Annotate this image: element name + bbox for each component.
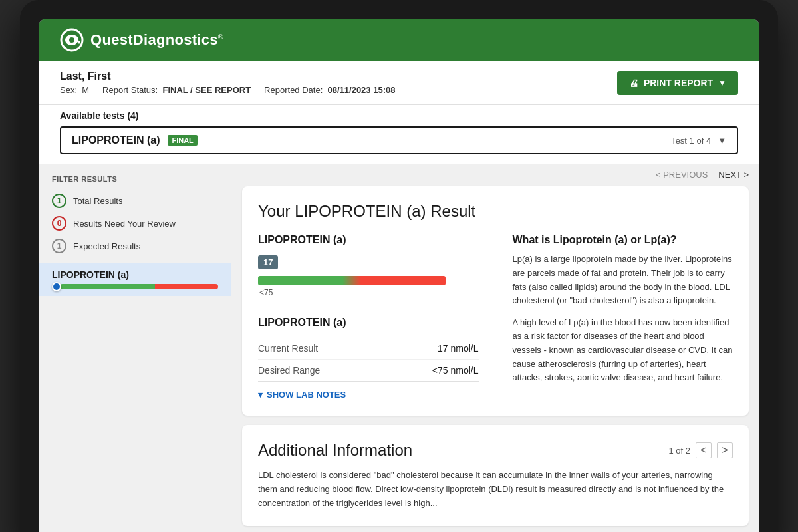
- desired-range-value: <75 nmol/L: [432, 365, 479, 376]
- filter-expected-results[interactable]: 1 Expected Results: [39, 235, 231, 257]
- patient-details: Sex: M Report Status: FINAL / SEE REPORT…: [60, 85, 395, 95]
- current-result-value: 17 nmol/L: [438, 343, 478, 354]
- additional-info-card: Additional Information 1 of 2 < > LDL ch…: [242, 425, 749, 526]
- page-prev-button[interactable]: <: [696, 442, 712, 458]
- patient-name: Last, First: [60, 70, 395, 82]
- lipo-title: LIPOPROTEIN (a): [258, 234, 479, 246]
- quest-logo-icon: [60, 28, 84, 52]
- current-test-name: LIPOPROTEIN (a): [72, 134, 160, 146]
- range-bar: [258, 276, 446, 285]
- main-content: FILTER RESULTS 1 Total Results 0 Results…: [39, 164, 759, 532]
- current-result-row: Current Result 17 nmol/L: [258, 338, 479, 360]
- svg-point-1: [69, 37, 74, 43]
- current-value-badge: 17: [258, 255, 278, 269]
- result-card-title: Your LIPOPROTEIN (a) Result: [258, 202, 733, 221]
- logo-text: QuestDiagnostics®: [90, 31, 223, 49]
- test-selector-left: LIPOPROTEIN (a) FINAL: [72, 134, 198, 146]
- additional-text: LDL cholesterol is considered "bad" chol…: [258, 469, 733, 510]
- test-selector-right: Test 1 of 4 ▼: [671, 136, 726, 146]
- expected-results-badge: 1: [52, 239, 66, 253]
- result-table: Current Result 17 nmol/L Desired Range <…: [258, 338, 479, 381]
- desired-range-row: Desired Range <75 nmol/L: [258, 360, 479, 381]
- top-nav: QuestDiagnostics®: [39, 19, 759, 61]
- final-badge: FINAL: [168, 135, 197, 146]
- result-left: LIPOPROTEIN (a) 17 <75 LIPOPROTEIN (a) C…: [258, 234, 479, 400]
- chevron-down-icon: ▼: [718, 78, 726, 88]
- filter-results-label: FILTER RESULTS: [39, 175, 231, 190]
- status-info: Report Status: FINAL / SEE REPORT: [102, 85, 251, 95]
- what-is-title: What is Lipoprotein (a) or Lp(a)?: [513, 234, 733, 246]
- test-selector[interactable]: LIPOPROTEIN (a) FINAL Test 1 of 4 ▼: [60, 126, 738, 154]
- logo-area: QuestDiagnostics®: [60, 28, 223, 52]
- page-next-button[interactable]: >: [717, 442, 733, 458]
- filter-total-results[interactable]: 1 Total Results: [39, 190, 231, 212]
- pagination: 1 of 2 < >: [668, 442, 733, 458]
- previous-button[interactable]: < PREVIOUS: [656, 170, 708, 180]
- nav-row: < PREVIOUS NEXT >: [242, 164, 749, 186]
- lipo-subtitle: LIPOPROTEIN (a): [258, 317, 479, 329]
- additional-title: Additional Information: [258, 441, 412, 460]
- range-label: <75: [259, 288, 479, 297]
- filter-needs-review[interactable]: 0 Results Need Your Review: [39, 212, 231, 235]
- result-right: What is Lipoprotein (a) or Lp(a)? Lp(a) …: [499, 234, 733, 400]
- result-inner: LIPOPROTEIN (a) 17 <75 LIPOPROTEIN (a) C…: [258, 234, 733, 400]
- range-bar-container: [258, 276, 479, 285]
- needs-review-badge: 0: [52, 216, 66, 231]
- results-panel: < PREVIOUS NEXT > Your LIPOPROTEIN (a) R…: [231, 164, 759, 532]
- sex-info: Sex: M: [60, 85, 89, 95]
- total-results-badge: 1: [52, 194, 66, 208]
- slider-track: [60, 284, 218, 289]
- printer-icon: 🖨: [629, 78, 638, 88]
- sidebar-test-name: LIPOPROTEIN (a): [52, 269, 218, 280]
- what-is-text-1: Lp(a) is a large lipoprotein made by the…: [513, 253, 733, 308]
- desired-range-label: Desired Range: [258, 365, 320, 376]
- available-tests-label: Available tests (4): [60, 110, 738, 121]
- total-results-label: Total Results: [73, 196, 122, 206]
- needs-review-label: Results Need Your Review: [73, 219, 176, 229]
- device-frame: QuestDiagnostics® Last, First Sex: M Rep…: [20, 0, 778, 532]
- date-info: Reported Date: 08/11/2023 15:08: [264, 85, 395, 95]
- additional-header: Additional Information 1 of 2 < >: [258, 441, 733, 460]
- slider-dot: [52, 282, 61, 291]
- tests-bar: Available tests (4) LIPOPROTEIN (a) FINA…: [39, 105, 759, 164]
- patient-bar: Last, First Sex: M Report Status: FINAL …: [39, 61, 759, 105]
- sidebar: FILTER RESULTS 1 Total Results 0 Results…: [39, 164, 231, 532]
- page-info: 1 of 2: [668, 446, 690, 456]
- divider: [258, 307, 479, 307]
- expand-icon: ▼: [718, 136, 726, 146]
- show-lab-notes[interactable]: ▾ SHOW LAB NOTES: [258, 381, 479, 400]
- chevron-down-small-icon: ▾: [258, 390, 263, 400]
- print-report-button[interactable]: 🖨 PRINT REPORT ▼: [617, 71, 738, 95]
- test-count: Test 1 of 4: [671, 136, 711, 146]
- next-button[interactable]: NEXT >: [718, 170, 749, 180]
- patient-info: Last, First Sex: M Report Status: FINAL …: [60, 70, 395, 95]
- what-is-text-2: A high level of Lp(a) in the blood has n…: [513, 316, 733, 385]
- expected-results-label: Expected Results: [73, 241, 140, 251]
- sidebar-test-lipoprotein[interactable]: LIPOPROTEIN (a): [39, 263, 231, 296]
- result-card: Your LIPOPROTEIN (a) Result LIPOPROTEIN …: [242, 186, 749, 416]
- screen: QuestDiagnostics® Last, First Sex: M Rep…: [39, 19, 759, 532]
- sidebar-slider: [52, 284, 218, 289]
- current-result-label: Current Result: [258, 343, 318, 354]
